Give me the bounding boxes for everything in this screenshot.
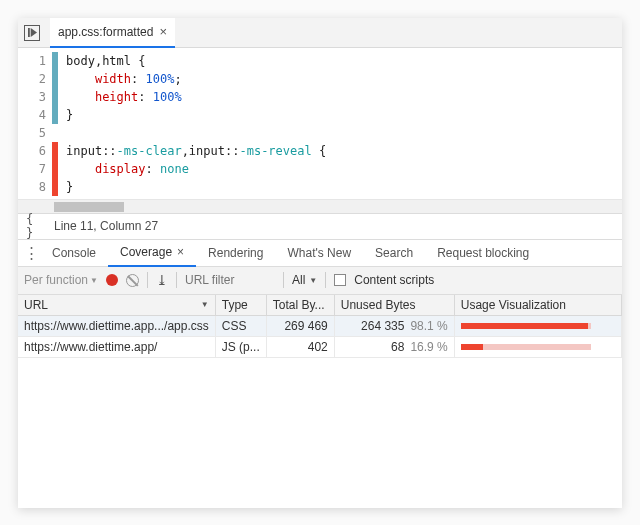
tab-request-blocking[interactable]: Request blocking — [425, 239, 541, 267]
code-line[interactable]: } — [66, 106, 622, 124]
record-icon[interactable] — [106, 274, 118, 286]
table-row[interactable]: https://www.diettime.app/JS (p...4026816… — [18, 336, 622, 357]
cell-unused: 264 33598.1 % — [334, 315, 454, 336]
table-row[interactable]: https://www.diettime.app.../app.cssCSS26… — [18, 315, 622, 336]
code-line[interactable]: input::-ms-clear,input::-ms-reveal { — [66, 142, 622, 160]
export-icon[interactable]: ⤓ — [156, 272, 168, 288]
scrollbar-thumb[interactable] — [54, 202, 124, 212]
code-line[interactable]: display: none — [66, 160, 622, 178]
kebab-menu-icon[interactable]: ⋮ — [22, 244, 40, 262]
line-number: 4 — [18, 106, 46, 124]
source-tabbar: app.css:formatted × — [18, 18, 622, 48]
tab-search[interactable]: Search — [363, 239, 425, 267]
col-url[interactable]: URL▼ — [18, 295, 215, 316]
cell-unused: 6816.9 % — [334, 336, 454, 357]
line-number: 2 — [18, 70, 46, 88]
editor-statusbar: { } Line 11, Column 27 — [18, 213, 622, 239]
line-number-gutter: 1234567891011121314151617 — [18, 48, 52, 199]
chevron-down-icon: ▼ — [90, 276, 98, 285]
empty-area — [18, 358, 622, 509]
svg-rect-0 — [28, 28, 30, 37]
format-braces-icon[interactable]: { } — [26, 212, 46, 240]
cell-type: JS (p... — [215, 336, 266, 357]
chevron-down-icon: ▼ — [309, 276, 317, 285]
cursor-position: Line 11, Column 27 — [54, 219, 158, 233]
separator — [325, 272, 326, 288]
close-icon[interactable]: × — [177, 245, 184, 259]
source-tab[interactable]: app.css:formatted × — [50, 18, 175, 48]
coverage-table: URL▼ Type Total By... Unused Bytes Usage… — [18, 295, 622, 358]
code-editor[interactable]: 1234567891011121314151617 body,html { wi… — [18, 48, 622, 199]
cell-viz — [454, 315, 621, 336]
svg-marker-1 — [30, 28, 36, 37]
line-number: 8 — [18, 178, 46, 196]
cell-viz — [454, 336, 621, 357]
col-type[interactable]: Type — [215, 295, 266, 316]
content-scripts-checkbox[interactable] — [334, 274, 346, 286]
cell-url: https://www.diettime.app/ — [18, 336, 215, 357]
drawer-tabbar: ⋮ Console Coverage × Rendering What's Ne… — [18, 239, 622, 267]
coverage-granularity-select[interactable]: Per function ▼ — [24, 273, 98, 287]
code-line[interactable]: height: 100% — [66, 88, 622, 106]
code-line[interactable]: width: 100%; — [66, 70, 622, 88]
chevron-down-icon: ▼ — [201, 300, 209, 309]
cell-url: https://www.diettime.app.../app.css — [18, 315, 215, 336]
horizontal-scrollbar[interactable] — [18, 199, 622, 213]
cell-type: CSS — [215, 315, 266, 336]
source-tab-title: app.css:formatted — [58, 25, 153, 39]
code-line[interactable]: } — [66, 178, 622, 196]
line-number: 1 — [18, 52, 46, 70]
line-number: 3 — [18, 88, 46, 106]
content-scripts-label: Content scripts — [354, 273, 434, 287]
line-number: 5 — [18, 124, 46, 142]
col-unused[interactable]: Unused Bytes — [334, 295, 454, 316]
line-number: 6 — [18, 142, 46, 160]
clear-icon[interactable] — [126, 274, 139, 287]
code-line[interactable] — [66, 124, 622, 142]
separator — [176, 272, 177, 288]
resume-script-icon[interactable] — [24, 25, 40, 41]
line-number: 7 — [18, 160, 46, 178]
cell-total: 269 469 — [266, 315, 334, 336]
tab-console[interactable]: Console — [40, 239, 108, 267]
cell-total: 402 — [266, 336, 334, 357]
code-content[interactable]: body,html { width: 100%; height: 100%}in… — [58, 48, 622, 199]
devtools-window: app.css:formatted × 12345678910111213141… — [18, 18, 622, 508]
tab-whatsnew[interactable]: What's New — [275, 239, 363, 267]
col-viz[interactable]: Usage Visualization — [454, 295, 621, 316]
separator — [147, 272, 148, 288]
code-line[interactable]: body,html { — [66, 52, 622, 70]
separator — [283, 272, 284, 288]
tab-coverage[interactable]: Coverage × — [108, 239, 196, 267]
coverage-toolbar: Per function ▼ ⤓ All ▼ Content scripts — [18, 267, 622, 295]
tab-rendering[interactable]: Rendering — [196, 239, 275, 267]
close-icon[interactable]: × — [159, 24, 167, 39]
type-filter-select[interactable]: All ▼ — [292, 273, 317, 287]
url-filter-input[interactable] — [185, 273, 275, 287]
col-total[interactable]: Total By... — [266, 295, 334, 316]
